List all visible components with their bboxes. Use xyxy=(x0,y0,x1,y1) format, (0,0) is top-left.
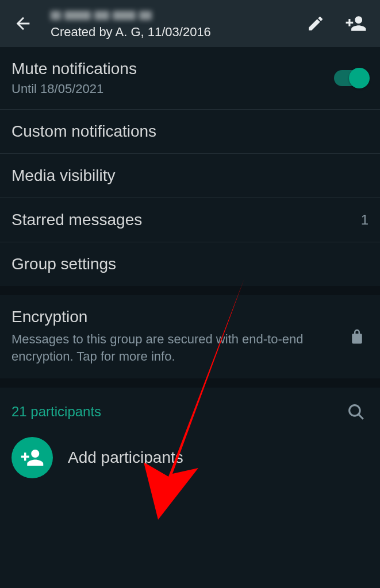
person-add-icon xyxy=(345,13,367,34)
custom-notifications-title: Custom notifications xyxy=(11,122,369,141)
section-divider xyxy=(0,286,380,295)
add-participants-label: Add participants xyxy=(68,448,183,467)
header-title-wrap: Created by A. G, 11/03/2016 xyxy=(51,7,296,40)
encryption-title: Encryption xyxy=(11,308,327,326)
svg-line-1 xyxy=(359,415,363,419)
edit-button[interactable] xyxy=(303,11,328,36)
mute-notifications-row[interactable]: Mute notifications Until 18/05/2021 xyxy=(0,47,380,110)
encryption-desc: Messages to this group are secured with … xyxy=(11,331,327,365)
encryption-row[interactable]: Encryption Messages to this group are se… xyxy=(0,295,380,378)
arrow-left-icon xyxy=(13,14,33,33)
pencil-icon xyxy=(306,14,325,33)
mute-title: Mute notifications xyxy=(11,60,334,78)
group-settings-row[interactable]: Group settings xyxy=(0,242,380,286)
add-participants-row[interactable]: Add participants xyxy=(0,429,380,490)
person-add-icon xyxy=(20,446,44,470)
participants-count: 21 participants xyxy=(11,404,101,420)
starred-count: 1 xyxy=(361,212,369,228)
section-divider xyxy=(0,378,380,388)
add-member-button[interactable] xyxy=(343,11,369,36)
group-created-label: Created by A. G, 11/03/2016 xyxy=(51,25,296,40)
svg-point-0 xyxy=(350,405,360,416)
back-button[interactable] xyxy=(11,12,34,35)
starred-title: Starred messages xyxy=(11,211,354,229)
starred-messages-row[interactable]: Starred messages 1 xyxy=(0,198,380,242)
group-settings-title: Group settings xyxy=(11,255,369,273)
group-title-blurred xyxy=(51,7,296,24)
header-bar: Created by A. G, 11/03/2016 xyxy=(0,0,380,47)
add-participants-avatar xyxy=(11,437,53,478)
mute-toggle[interactable] xyxy=(334,70,369,86)
lock-icon xyxy=(346,328,369,345)
search-participants-button[interactable] xyxy=(343,399,369,424)
search-icon xyxy=(346,402,366,421)
media-visibility-title: Media visibility xyxy=(11,167,369,185)
media-visibility-row[interactable]: Media visibility xyxy=(0,154,380,198)
custom-notifications-row[interactable]: Custom notifications xyxy=(0,110,380,154)
mute-subtitle: Until 18/05/2021 xyxy=(11,82,334,96)
participants-header: 21 participants xyxy=(0,388,380,429)
